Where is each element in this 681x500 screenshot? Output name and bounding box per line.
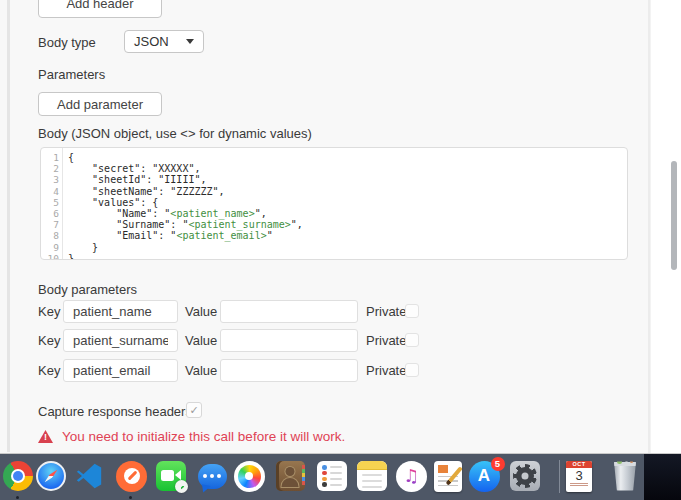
left-rule (7, 0, 10, 452)
scrollbar-thumb[interactable] (671, 161, 677, 270)
parameters-label: Parameters (38, 67, 105, 82)
phone-handset-icon (175, 480, 188, 493)
postman-icon (116, 461, 147, 492)
private-label: Private (366, 304, 406, 319)
document-image-icon (438, 465, 448, 473)
app-store-icon: A 5 (469, 461, 500, 492)
running-indicator-chrome (16, 496, 19, 499)
dock-icon-facetime[interactable] (154, 459, 188, 493)
key-input-patient-email[interactable] (63, 359, 178, 382)
add-parameter-button[interactable]: Add parameter (38, 92, 162, 116)
private-checkbox[interactable] (405, 333, 419, 347)
body-parameters-label: Body parameters (38, 282, 137, 297)
calendar-date-icon: OCT 3 (566, 461, 592, 492)
dock-icon-notes[interactable] (355, 459, 389, 493)
messages-icon (198, 464, 227, 489)
add-header-button[interactable]: Add header (38, 0, 162, 18)
safari-icon (36, 461, 66, 491)
private-label: Private (366, 333, 406, 348)
photos-flower-icon (234, 461, 265, 492)
calendar-day: 3 (575, 468, 582, 483)
warning-icon: ! (38, 430, 53, 443)
screenshot-root: Add header Body type JSON Parameters Add… (0, 0, 681, 500)
capture-response-headers-label: Capture response headers (38, 404, 192, 419)
dock-icon-messages[interactable] (195, 459, 229, 493)
body-parameter-row: Key Value Private (0, 359, 681, 382)
editor-line-numbers: 1 2 3 4 5 6 7 8 9 10 (41, 148, 63, 259)
desktop-corner (644, 454, 681, 500)
code-line: "secret": "XXXXX", (68, 163, 303, 174)
code-line: "sheetName": "ZZZZZZ", (68, 186, 303, 197)
calendar-fine-print (570, 483, 588, 488)
body-type-select[interactable]: JSON (124, 30, 204, 53)
code-line: "sheetId": "IIIII", (68, 174, 303, 185)
code-line: } (68, 242, 303, 253)
key-input-patient-surname[interactable] (63, 329, 178, 352)
body-type-selected-value: JSON (134, 34, 169, 49)
calendar-month: OCT (566, 461, 592, 468)
body-type-label: Body type (38, 35, 96, 50)
code-line: "Surname": "<patient_surname>", (68, 219, 303, 230)
contacts-book-icon (276, 461, 305, 491)
key-label: Key (38, 363, 60, 378)
code-line: "Email": "<patient_email>" (68, 230, 303, 241)
dock-icon-calendar-stack[interactable]: OCT 3 (562, 459, 596, 493)
value-input[interactable] (220, 300, 358, 323)
dock-icon-safari[interactable] (34, 459, 68, 493)
value-input[interactable] (220, 329, 358, 352)
notes-icon (357, 461, 387, 491)
pages-document-icon (434, 461, 462, 492)
dock-icon-app-store[interactable]: A 5 (467, 459, 501, 493)
value-input[interactable] (220, 359, 358, 382)
system-preferences-icon (510, 461, 540, 491)
dock-icon-system-preferences[interactable] (508, 459, 542, 493)
private-checkbox[interactable] (405, 363, 419, 377)
book-tabs-icon (302, 465, 305, 485)
editor-code: { "secret": "XXXXX", "sheetId": "IIIII",… (63, 148, 303, 259)
value-label: Value (185, 363, 217, 378)
itunes-note-icon: ♫ (396, 461, 427, 492)
dock-icon-vscode[interactable] (72, 459, 106, 493)
vscode-icon (74, 461, 104, 491)
value-label: Value (185, 333, 217, 348)
key-label: Key (38, 333, 60, 348)
key-input-patient-name[interactable] (63, 300, 178, 323)
dock-icon-postman[interactable] (114, 459, 148, 493)
dropdown-arrow-icon (186, 39, 194, 44)
dock-icon-itunes[interactable]: ♫ (394, 459, 428, 493)
dock-icon-trash[interactable] (608, 459, 642, 493)
trash-icon (613, 462, 637, 491)
app-store-glyph: A (478, 466, 490, 486)
dock-icon-contacts[interactable] (273, 459, 307, 493)
typing-dots-icon (203, 474, 207, 478)
body-parameter-row: Key Value Private (0, 300, 681, 323)
checkmark-icon: ✓ (189, 404, 198, 417)
value-label: Value (185, 304, 217, 319)
body-editor-label: Body (JSON object, use <> for dynamic va… (38, 126, 312, 141)
code-line: "values": { (68, 197, 303, 208)
dock: ♫ A 5 OCT 3 (0, 453, 681, 500)
dock-icon-reminders[interactable] (315, 459, 349, 493)
warning-message: ! You need to initialize this call befor… (38, 429, 345, 444)
dock-icon-photos[interactable] (232, 459, 266, 493)
dock-divider (559, 460, 560, 493)
dock-icon-pages[interactable] (431, 459, 465, 493)
body-parameter-row: Key Value Private (0, 329, 681, 352)
code-line: { (68, 152, 303, 163)
code-line: "Name": "<patient_name>", (68, 208, 303, 219)
gear-icon (513, 464, 537, 488)
private-checkbox[interactable] (405, 304, 419, 318)
private-label: Private (366, 363, 406, 378)
code-line: } (68, 253, 303, 260)
warning-text: You need to initialize this call before … (62, 429, 345, 444)
key-label: Key (38, 304, 60, 319)
reminders-list-icon (317, 461, 347, 491)
capture-response-headers-checkbox[interactable]: ✓ (186, 402, 202, 418)
running-indicator-postman (129, 496, 132, 499)
json-body-editor[interactable]: 1 2 3 4 5 6 7 8 9 10 { "secret": "XXXXX"… (40, 147, 628, 260)
notification-badge: 5 (491, 457, 505, 471)
dock-icon-chrome[interactable] (1, 459, 35, 493)
chrome-icon (3, 461, 33, 491)
facetime-icon (156, 461, 186, 491)
